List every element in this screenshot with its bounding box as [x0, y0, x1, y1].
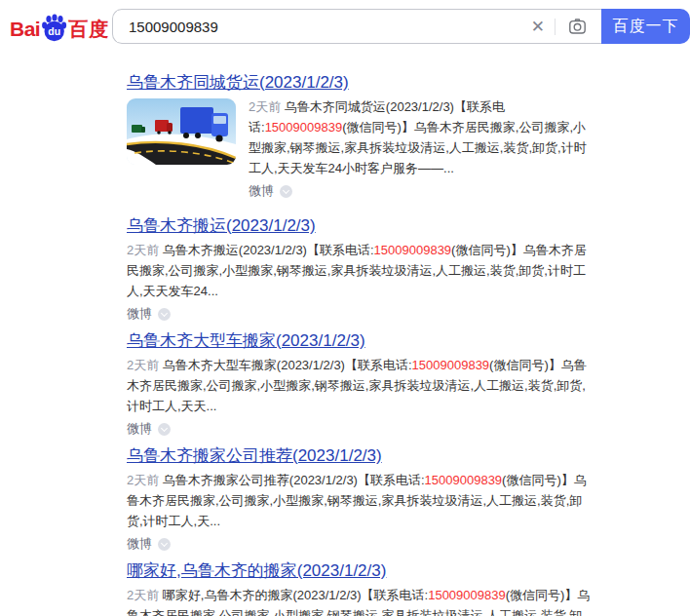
results-list: 乌鲁木齐同城货运(2023/1/2/3) — [127, 72, 594, 616]
result-title-link[interactable]: 乌鲁木齐搬家公司推荐(2023/1/2/3) — [127, 445, 382, 467]
highlighted-phone: 15009009839 — [374, 243, 452, 257]
result-date: 2天前 — [127, 243, 163, 257]
search-header: Bai du 百度 ✕ — [0, 0, 690, 57]
result-source[interactable]: 微博 — [127, 306, 594, 322]
logo-text-cn: 百度 — [68, 18, 109, 42]
clear-input-icon[interactable]: ✕ — [521, 19, 555, 35]
result-source[interactable]: 微博 — [249, 183, 594, 199]
snippet-text: 乌鲁木齐搬家公司推荐(2023/1/2/3)【联系电话: — [163, 473, 425, 487]
result-snippet: 2天前 乌鲁木齐大型车搬家(2023/1/2/3)【联系电话:150090098… — [127, 355, 594, 416]
search-input[interactable] — [117, 11, 521, 42]
highlighted-phone: 15009009839 — [428, 588, 506, 602]
result-snippet: 2天前 乌鲁木齐搬运(2023/1/2/3)【联系电话:15009009839(… — [127, 240, 594, 301]
result-title-link[interactable]: 乌鲁木齐同城货运(2023/1/2/3) — [127, 72, 349, 94]
highlighted-phone: 15009009839 — [425, 473, 503, 487]
search-result-3: 乌鲁木齐大型车搬家(2023/1/2/3) 2天前 乌鲁木齐大型车搬家(2023… — [127, 330, 594, 437]
result-title-link[interactable]: 乌鲁木齐大型车搬家(2023/1/2/3) — [127, 330, 365, 352]
result-date: 2天前 — [127, 473, 163, 487]
search-result-4: 乌鲁木齐搬家公司推荐(2023/1/2/3) 2天前 乌鲁木齐搬家公司推荐(20… — [127, 445, 594, 552]
snippet-text: 哪家好,乌鲁木齐的搬家(2023/1/2/3)【联系电话: — [163, 588, 428, 602]
result-snippet: 2天前 乌鲁木齐同城货运(2023/1/2/3)【联系电话:1500900983… — [249, 96, 594, 178]
result-date: 2天前 — [249, 99, 285, 114]
chevron-down-icon[interactable] — [158, 423, 171, 436]
snippet-text: 乌鲁木齐搬运(2023/1/2/3)【联系电话: — [163, 243, 374, 257]
camera-icon[interactable] — [556, 17, 590, 36]
highlighted-phone: 15009009839 — [412, 358, 490, 372]
baidu-logo[interactable]: Bai du 百度 — [10, 14, 109, 42]
source-name: 微博 — [249, 182, 274, 200]
logo-text-du: du — [48, 25, 60, 37]
chevron-down-icon[interactable] — [158, 538, 171, 551]
baidu-paw-icon: du — [41, 14, 67, 42]
result-title-link[interactable]: 哪家好,乌鲁木齐的搬家(2023/1/2/3) — [127, 560, 386, 582]
chevron-down-icon[interactable] — [280, 185, 292, 198]
result-title-link[interactable]: 乌鲁木齐搬运(2023/1/2/3) — [127, 215, 316, 237]
snippet-text: 乌鲁木齐大型车搬家(2023/1/2/3)【联系电话: — [163, 358, 412, 372]
logo-text-bai: Bai — [10, 17, 40, 42]
result-snippet: 2天前 乌鲁木齐搬家公司推荐(2023/1/2/3)【联系电话:15009009… — [127, 470, 594, 531]
result-source[interactable]: 微博 — [127, 421, 594, 437]
search-button[interactable]: 百度一下 — [601, 9, 690, 44]
search-result-2: 乌鲁木齐搬运(2023/1/2/3) 2天前 乌鲁木齐搬运(2023/1/2/3… — [127, 215, 594, 322]
chevron-down-icon[interactable] — [158, 308, 171, 321]
source-name: 微博 — [127, 535, 152, 553]
result-date: 2天前 — [127, 588, 163, 602]
result-source[interactable]: 微博 — [127, 536, 594, 552]
result-snippet: 2天前 哪家好,乌鲁木齐的搬家(2023/1/2/3)【联系电话:1500900… — [127, 585, 594, 616]
search-result-1: 乌鲁木齐同城货运(2023/1/2/3) — [127, 72, 594, 199]
result-thumbnail-trucks[interactable] — [127, 98, 236, 165]
search-result-5: 哪家好,乌鲁木齐的搬家(2023/1/2/3) 2天前 哪家好,乌鲁木齐的搬家(… — [127, 560, 594, 616]
search-input-box: ✕ — [112, 9, 601, 44]
result-date: 2天前 — [127, 358, 163, 372]
search-bar: ✕ 百度一下 — [112, 9, 690, 44]
source-name: 微博 — [127, 420, 152, 438]
source-name: 微博 — [127, 305, 152, 323]
highlighted-phone: 15009009839 — [265, 120, 343, 135]
